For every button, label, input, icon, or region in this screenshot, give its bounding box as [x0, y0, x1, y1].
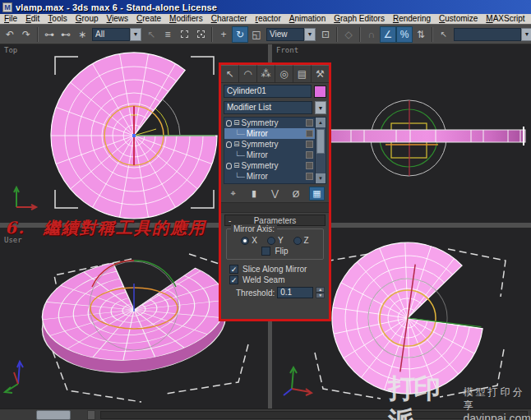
spinner-snap-toggle-icon[interactable]: ⇅: [413, 26, 429, 43]
chevron-down-icon[interactable]: ▼: [315, 101, 326, 114]
flip-checkbox-row[interactable]: Flip: [230, 245, 320, 256]
tab-hierarchy-icon[interactable]: ⁂: [257, 65, 275, 82]
scroll-up-icon[interactable]: ▲: [316, 118, 326, 127]
unlink-selection-icon[interactable]: ⊷: [58, 26, 74, 43]
scroll-down-icon[interactable]: ▼: [316, 173, 326, 183]
menu-create[interactable]: Create: [132, 14, 165, 24]
menu-character[interactable]: Character: [207, 14, 252, 24]
select-and-scale-icon[interactable]: ◱: [248, 26, 265, 43]
percent-snap-toggle-icon[interactable]: %: [396, 26, 413, 43]
stack-row-button[interactable]: [306, 141, 313, 148]
make-unique-icon[interactable]: ⋁: [267, 187, 283, 201]
time-slider-handle[interactable]: [36, 410, 71, 420]
collapse-icon[interactable]: -: [229, 216, 231, 225]
menu-file[interactable]: File: [0, 14, 21, 24]
radio-dot-icon[interactable]: [267, 237, 275, 245]
checkbox-checked-icon[interactable]: ✓: [229, 265, 238, 274]
menu-rendering[interactable]: Rendering: [389, 14, 435, 24]
select-object-icon[interactable]: ↖: [143, 26, 159, 43]
reference-coordsys-value[interactable]: View: [266, 28, 304, 41]
spinner-down-icon[interactable]: ▼: [316, 293, 325, 298]
expand-icon[interactable]: ⊟: [233, 119, 240, 127]
stack-row-button[interactable]: [306, 173, 313, 180]
expand-icon[interactable]: ⊟: [233, 141, 240, 148]
select-by-name-icon[interactable]: ≡: [159, 26, 176, 43]
edit-named-selections-icon[interactable]: ↖: [436, 26, 452, 43]
menu-tools[interactable]: Tools: [44, 14, 71, 24]
menu-group[interactable]: Group: [72, 14, 103, 24]
chevron-down-icon[interactable]: ▼: [521, 28, 531, 41]
stack-row-button[interactable]: [306, 130, 313, 137]
threshold-spinner[interactable]: ▲ ▼: [316, 287, 325, 298]
angle-snap-toggle-icon[interactable]: ∠: [380, 26, 396, 43]
scrollbar-thumb[interactable]: [316, 129, 325, 154]
stack-row-button[interactable]: [306, 151, 313, 159]
named-selection-value[interactable]: [454, 28, 521, 41]
menu-graph-editors[interactable]: Graph Editors: [330, 14, 389, 24]
stack-row-button[interactable]: [306, 162, 313, 169]
menu-edit[interactable]: Edit: [21, 14, 44, 24]
lightbulb-icon[interactable]: [226, 120, 232, 127]
title-bar[interactable]: M vlamp.max - 3ds max 6 - Stand-alone Li…: [0, 0, 531, 14]
chevron-down-icon[interactable]: ▼: [304, 28, 316, 41]
radio-axis-y[interactable]: Y: [267, 236, 284, 245]
tab-display-icon[interactable]: ▤: [293, 65, 312, 82]
use-pivot-point-center-icon[interactable]: ⊡: [317, 26, 334, 43]
stack-row-symmetry[interactable]: ⊟ Symmetry: [224, 160, 315, 171]
stack-row-mirror[interactable]: └─ Mirror: [224, 150, 315, 160]
weld-seam-row[interactable]: ✓ Weld Seam: [221, 274, 329, 284]
reference-coordsys-dropdown[interactable]: View ▼: [266, 28, 316, 41]
slice-along-mirror-row[interactable]: ✓ Slice Along Mirror: [221, 263, 329, 274]
radio-axis-z[interactable]: Z: [293, 236, 309, 245]
named-selection-dropdown[interactable]: ▼: [454, 28, 531, 41]
time-slider-button[interactable]: [87, 410, 95, 420]
menu-customize[interactable]: Customize: [435, 14, 482, 24]
stack-row-mirror-selected[interactable]: └─ Mirror: [224, 128, 315, 139]
select-and-rotate-icon[interactable]: ↻: [232, 26, 248, 43]
configure-modifier-sets-icon[interactable]: ▦: [309, 187, 325, 201]
spinner-up-icon[interactable]: ▲: [316, 287, 325, 293]
radio-axis-x[interactable]: X: [241, 236, 257, 245]
object-name-field[interactable]: Cylinder01: [224, 85, 312, 98]
menu-views[interactable]: Views: [103, 14, 133, 24]
tab-create-icon[interactable]: ↖: [221, 65, 239, 82]
stack-row-mirror[interactable]: └─ Mirror: [224, 171, 315, 182]
select-and-manipulate-icon[interactable]: ◇: [340, 26, 357, 43]
stack-scrollbar[interactable]: ▲ ▼: [315, 118, 326, 183]
selection-filter-value[interactable]: All: [92, 28, 130, 41]
selection-filter-dropdown[interactable]: All ▼: [92, 28, 141, 41]
redo-icon[interactable]: ↷: [18, 26, 35, 43]
expand-icon[interactable]: ⊟: [233, 162, 240, 169]
select-and-link-icon[interactable]: ⊶: [41, 26, 58, 43]
tab-motion-icon[interactable]: ◎: [275, 65, 293, 82]
stack-row-symmetry[interactable]: ⊟ Symmetry: [224, 118, 315, 128]
modifier-stack-list[interactable]: ⊟ Symmetry └─ Mirror ⊟ Symmetry └─: [224, 118, 315, 183]
menu-animation[interactable]: Animation: [285, 14, 330, 24]
tab-modify-icon[interactable]: ◠: [239, 65, 257, 82]
show-end-result-icon[interactable]: ▮: [247, 187, 262, 201]
object-color-swatch[interactable]: [314, 85, 326, 98]
remove-modifier-icon[interactable]: Ø: [289, 187, 304, 201]
rect-selection-region-icon[interactable]: [176, 26, 192, 43]
checkbox-icon[interactable]: [261, 247, 270, 256]
snaps-toggle-icon[interactable]: ∩: [363, 26, 380, 43]
menu-modifiers[interactable]: Modifiers: [165, 14, 207, 24]
modifier-list-dropdown[interactable]: Modifier List: [224, 101, 312, 114]
undo-icon[interactable]: ↶: [2, 26, 18, 43]
stack-row-symmetry[interactable]: ⊟ Symmetry: [224, 139, 315, 150]
radio-dot-icon[interactable]: [293, 237, 302, 245]
viewport-top-label[interactable]: Top: [4, 46, 17, 54]
lightbulb-icon[interactable]: [226, 163, 232, 169]
tab-utilities-icon[interactable]: ⚒: [312, 65, 329, 82]
menu-maxscript[interactable]: MAXScript: [482, 14, 529, 24]
pin-stack-icon[interactable]: ⌖: [225, 187, 241, 201]
checkbox-checked-icon[interactable]: ✓: [229, 275, 238, 284]
window-crossing-icon[interactable]: [192, 26, 209, 43]
select-and-move-icon[interactable]: +: [215, 26, 232, 43]
viewport-front-label[interactable]: Front: [276, 46, 298, 54]
menu-reactor[interactable]: reactor: [252, 14, 285, 24]
threshold-field[interactable]: 0.1: [277, 287, 313, 298]
bind-to-space-warp-icon[interactable]: ∗: [74, 26, 90, 43]
lightbulb-icon[interactable]: [226, 141, 232, 148]
stack-row-button[interactable]: [306, 119, 313, 127]
